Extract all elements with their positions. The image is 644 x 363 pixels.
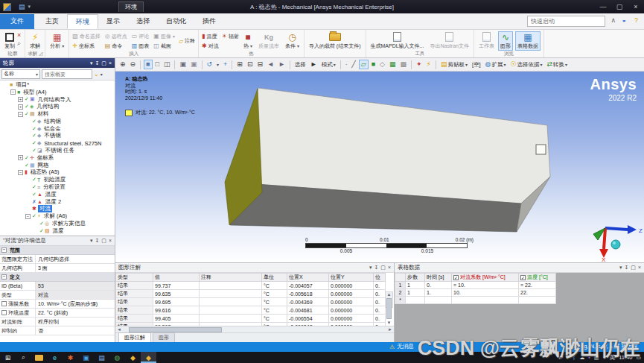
- panel-menu-caret-icon[interactable]: ▾: [369, 265, 372, 271]
- chart-button[interactable]: ▥图表: [132, 42, 150, 50]
- details-section-header[interactable]: −定义: [0, 273, 115, 282]
- tree-item[interactable]: ✓◎求解方案信息: [0, 220, 115, 227]
- mail-icon[interactable]: ▤: [94, 352, 109, 363]
- tree-item[interactable]: ✓▦网格: [0, 162, 115, 169]
- tab-显示[interactable]: 显示: [98, 14, 128, 29]
- convert-button[interactable]: ⇄转换▾: [546, 60, 570, 69]
- tool-icon[interactable]: ▾: [215, 61, 220, 68]
- section-plane-button[interactable]: ◫截面: [153, 42, 175, 50]
- tree-item[interactable]: ✓◆结构钢: [0, 118, 115, 125]
- annotation-row[interactable]: 结果99.616°C-0.0046810.0000000.: [116, 306, 386, 315]
- pin-icon[interactable]: ↧: [624, 265, 628, 271]
- remote-point-button[interactable]: ◎远程点: [105, 33, 127, 40]
- annotation-row[interactable]: 结果99.695°C-0.0043690.0000000.: [116, 298, 386, 306]
- tree-item[interactable]: ✗▲温度 2: [0, 198, 115, 206]
- tree-item[interactable]: +✓✛坐标系: [0, 154, 115, 162]
- commands-button[interactable]: ▤命令: [105, 42, 127, 50]
- panel-menu-caret-icon[interactable]: ▾: [619, 265, 622, 271]
- nastran-export-button[interactable]: 导出Nastran文件: [428, 31, 471, 51]
- ansys-launcher-icon[interactable]: ◆: [125, 352, 141, 363]
- cursor-icon[interactable]: ►: [309, 60, 319, 69]
- geometry-viewport[interactable]: A: 稳态热 对流 时间: 1. s 2022/12/9 11:40 对流: 2…: [115, 72, 644, 262]
- panel-menu-caret-icon[interactable]: ▾: [90, 238, 93, 244]
- tree-item[interactable]: ✓▲温度: [0, 191, 115, 198]
- help-icon[interactable]: ?: [634, 16, 638, 24]
- tree-item[interactable]: ✓◆铝合金: [0, 125, 115, 133]
- details-value[interactable]: 10. W/m²·°C (应用的步骤): [36, 300, 115, 308]
- temperature-button[interactable]: ▮温度: [202, 33, 219, 40]
- tab-选择[interactable]: 选择: [128, 14, 158, 29]
- float-icon[interactable]: ▢: [380, 265, 386, 271]
- annotations-vertical-scrollbar[interactable]: ▲▼: [385, 291, 393, 308]
- annotation-row[interactable]: 结果99.405°C-0.0065540.0000000.: [116, 315, 386, 323]
- vertex-filter-icon[interactable]: ∙: [344, 60, 349, 69]
- annotation-row[interactable]: 结果99.635°C-0.0056180.0000000.: [116, 290, 386, 298]
- name-filter-dropdown[interactable]: 名称▾: [1, 69, 40, 79]
- tray-cloud-icon[interactable]: ☁: [579, 355, 584, 361]
- body-filter-icon[interactable]: ■: [370, 60, 377, 69]
- bottom-tab-图形[interactable]: 图形: [153, 332, 175, 342]
- node-filter-icon[interactable]: ◇: [378, 60, 386, 69]
- tree-item[interactable]: ✓T初始温度: [0, 176, 115, 183]
- column-header[interactable]: 位: [374, 274, 386, 282]
- tabular-row[interactable]: 211.10.22.: [395, 289, 556, 297]
- element-face-filter-icon[interactable]: ▩: [399, 60, 409, 69]
- details-section-header[interactable]: −范围: [0, 246, 115, 255]
- tree-item[interactable]: ✓≡分析设置: [0, 183, 115, 191]
- float-icon[interactable]: ▢: [101, 238, 106, 244]
- coef-checkbox[interactable]: ✓: [453, 275, 459, 280]
- tab-环境[interactable]: 环境: [67, 14, 98, 29]
- condition-button[interactable]: ◷ 条件 ▾: [284, 31, 301, 50]
- solve-button[interactable]: ⚡ 求解: [28, 31, 42, 51]
- tabular-panel-titlebar[interactable]: 表格数据 ▾ ↧ ▢ ×: [395, 263, 644, 273]
- outline-panel-titlebar[interactable]: 轮廓 ▾ ↧ ▢ ×: [0, 58, 115, 68]
- tab-主页[interactable]: 主页: [37, 14, 67, 29]
- photos-icon[interactable]: ▣: [78, 352, 94, 363]
- zoom-prev-icon[interactable]: ◄: [266, 60, 275, 69]
- beam-model[interactable]: [115, 72, 644, 262]
- input-language-indicator[interactable]: 英: [610, 354, 616, 362]
- details-value[interactable]: 22. °C (斜坡): [36, 309, 115, 317]
- tab-插件[interactable]: 插件: [194, 14, 224, 29]
- annotations-horizontal-scrollbar[interactable]: ◄►: [115, 326, 394, 332]
- notification-center-icon[interactable]: ▭: [636, 355, 641, 361]
- float-icon[interactable]: ▢: [631, 265, 636, 271]
- collapse-ribbon-icon[interactable]: ∧: [610, 16, 616, 24]
- outline-search-input[interactable]: [42, 69, 92, 79]
- units-status[interactable]: 米, kg, N, s, V, A 度 摄氏度: [573, 343, 638, 350]
- tree-item[interactable]: +✓▣几何结构导入: [0, 96, 115, 104]
- float-icon[interactable]: ▢: [101, 60, 106, 66]
- tree-item[interactable]: +✓◈几何结构: [0, 103, 115, 110]
- tray-expand-icon[interactable]: ∧: [558, 355, 562, 361]
- wireframe-view-icon[interactable]: □: [154, 60, 161, 69]
- column-header[interactable]: 值: [153, 274, 200, 282]
- zoom-all-icon[interactable]: ⊟: [255, 60, 264, 69]
- temp-checkbox[interactable]: ✓: [520, 275, 526, 280]
- column-header[interactable]: 步数: [406, 274, 425, 282]
- panel-menu-caret-icon[interactable]: ▾: [90, 60, 93, 66]
- tree-item[interactable]: ✓◆不锈钢: [0, 133, 115, 140]
- tabular-row[interactable]: *: [395, 297, 556, 304]
- flash-select-icon[interactable]: ⚡: [425, 60, 433, 69]
- close-panel-icon[interactable]: ×: [638, 265, 641, 271]
- tray-volume-icon[interactable]: ◖: [602, 355, 605, 360]
- messages-status[interactable]: ⚠ 无消息: [389, 343, 414, 350]
- annotation-row[interactable]: 结果99.737°C-0.0040570.0000000.: [116, 282, 386, 290]
- image-button[interactable]: ▣图像▾: [153, 33, 175, 40]
- details-value[interactable]: 否: [36, 326, 115, 335]
- details-value[interactable]: 程序控制: [36, 318, 115, 326]
- radiation-button[interactable]: ☀辐射: [222, 33, 239, 40]
- worksheet-button[interactable]: 工作表: [477, 31, 496, 51]
- tree-item[interactable]: ✓◪不锈钢 任务: [0, 147, 115, 154]
- details-value[interactable]: 53: [36, 282, 115, 290]
- copy-view-icon[interactable]: ▣: [178, 60, 188, 69]
- column-header[interactable]: 位置Y: [329, 274, 374, 282]
- analysis-button[interactable]: ▦ 分析 ▾: [48, 31, 66, 51]
- clipboard-button[interactable]: ▤剪贴板▾: [439, 60, 469, 69]
- orientation-triad[interactable]: Z X: [589, 218, 643, 262]
- column-header[interactable]: 位置X: [287, 274, 329, 282]
- delete-icon[interactable]: ×: [17, 32, 21, 39]
- bottom-tab-图形注解[interactable]: 图形注解: [118, 332, 151, 342]
- zoom-fit-icon[interactable]: ⊡: [246, 60, 255, 69]
- rotate-icon[interactable]: ↺: [205, 60, 214, 69]
